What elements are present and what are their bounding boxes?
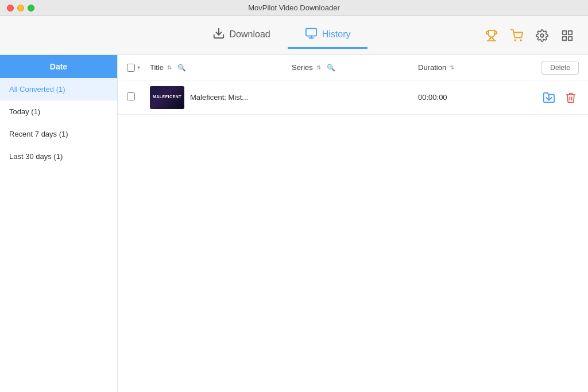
thumbnail-inner: MALEFICENT [150,86,184,109]
svg-point-4 [514,40,516,41]
nav-tabs: Download History [195,22,368,49]
settings-button[interactable] [533,26,551,45]
th-series[interactable]: Series ⇅ 🔍 [292,63,418,72]
th-title[interactable]: Title ⇅ 🔍 [150,63,292,72]
nav-right [482,26,577,45]
navbar: Download History [0,16,588,55]
series-search-icon[interactable]: 🔍 [327,64,335,72]
cart-button[interactable] [508,26,526,45]
row-title: MALEFICENT Maleficent: Mist... [150,86,292,109]
title-search-icon[interactable]: 🔍 [177,64,186,72]
tab-history-label: History [322,29,351,40]
svg-rect-8 [568,30,572,34]
tab-download[interactable]: Download [195,22,288,49]
th-duration[interactable]: Duration ⇅ [418,63,521,72]
svg-point-5 [520,40,521,41]
row-actions [521,90,579,106]
thumbnail-label: MALEFICENT [153,95,181,99]
grid-button[interactable] [558,26,577,45]
expand-icon: ▾ [137,64,140,71]
th-checkbox: ▾ [127,64,150,72]
open-folder-button[interactable] [541,90,557,106]
row-title-text: Maleficent: Mist... [190,93,248,102]
minimize-button[interactable] [17,5,24,11]
row-checkbox [127,92,150,103]
svg-rect-7 [563,30,566,34]
svg-rect-10 [568,36,572,40]
trophy-button[interactable] [482,26,501,45]
series-sort-icon: ⇅ [316,64,321,71]
traffic-lights [7,5,34,11]
sidebar-item-all-converted[interactable]: All Converted (1) [0,78,117,100]
download-icon [212,27,225,42]
maximize-button[interactable] [28,5,34,11]
sidebar-item-recent-7[interactable]: Recent 7 days (1) [0,123,117,145]
delete-row-button[interactable] [563,90,579,106]
table-header: ▾ Title ⇅ 🔍 Series ⇅ 🔍 Duration ⇅ Delete [118,55,588,80]
tab-download-label: Download [230,29,270,40]
sidebar-item-last-30[interactable]: Last 30 days (1) [0,145,117,168]
duration-sort-icon: ⇅ [450,64,454,71]
sidebar-header: Date [0,55,117,78]
row-select-checkbox[interactable] [127,92,135,100]
sidebar-item-today[interactable]: Today (1) [0,100,117,123]
svg-rect-9 [563,36,566,40]
app-title: MovPilot Video Downloader [248,3,339,12]
row-duration: 00:00:00 [418,93,521,102]
th-actions: Delete [521,61,579,75]
titlebar: MovPilot Video Downloader [0,0,588,16]
close-button[interactable] [7,5,14,11]
main-layout: Date All Converted (1) Today (1) Recent … [0,55,588,392]
svg-rect-1 [306,28,316,36]
title-sort-icon: ⇅ [167,64,172,71]
sidebar: Date All Converted (1) Today (1) Recent … [0,55,118,392]
monitor-icon [305,27,318,42]
content-area: ▾ Title ⇅ 🔍 Series ⇅ 🔍 Duration ⇅ Delete [118,55,588,392]
thumbnail: MALEFICENT [150,86,184,109]
tab-history[interactable]: History [288,22,368,49]
table-row: MALEFICENT Maleficent: Mist... 00:00:00 [118,80,588,115]
delete-button[interactable]: Delete [541,61,579,75]
svg-point-6 [540,34,544,37]
select-all-checkbox[interactable] [127,64,135,72]
